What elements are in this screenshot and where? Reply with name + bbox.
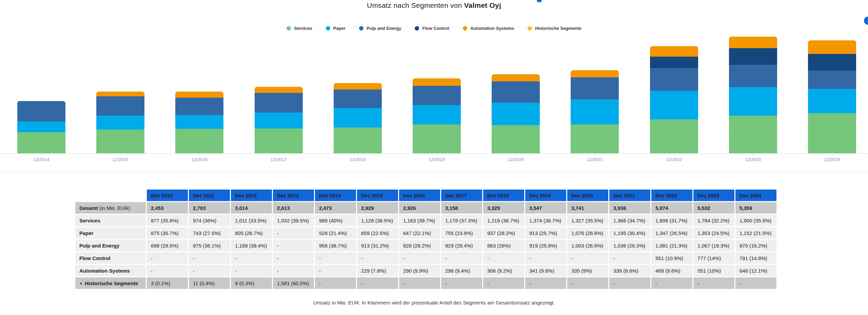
bar-segment-automation-systems-12-2021[interactable]: [571, 70, 619, 77]
bar-segment-paper-12-2020[interactable]: [492, 103, 540, 125]
bar-segment-paper-12-2021[interactable]: [571, 99, 619, 124]
table-corner-cell: [75, 190, 146, 201]
cell-automation-systems-dez-2011: -: [189, 265, 230, 276]
bar-segment-paper-12-2024[interactable]: [808, 89, 856, 113]
bar-segment-automation-systems-12-2020[interactable]: [492, 74, 540, 81]
cell-pulp-and-energy-dez-2013: -: [273, 240, 314, 251]
bar-segment-paper-12-2015[interactable]: [96, 116, 144, 130]
bar-segment-services-12-2016[interactable]: [175, 129, 223, 153]
bar-segment-pulp-and-energy-12-2019[interactable]: [413, 86, 461, 105]
row-label-historische-segmente[interactable]: ▼Historische Segmente: [75, 277, 146, 289]
bar-segment-automation-systems-12-2023[interactable]: [729, 37, 777, 48]
table-row-historische-segmente: ▼Historische Segmente3 (0.1%)11 (0.4%)9 …: [75, 277, 776, 289]
legend-item-flow-control[interactable]: Flow Control: [415, 26, 449, 31]
cell-automation-systems-dez-2018: 306 (9.2%): [483, 265, 524, 276]
cell-historische-segmente-dez-2022: -: [651, 277, 692, 289]
cell-gesamt-dez-2023: 5,532: [693, 202, 734, 214]
cell-flow-control-dez-2021: -: [609, 252, 650, 264]
cell-paper-dez-2024: 1,152 (21.5%): [735, 227, 776, 239]
cell-flow-control-dez-2010: -: [147, 252, 188, 264]
bar-segment-pulp-and-energy-12-2021[interactable]: [571, 77, 619, 99]
bar-segment-flow-control-12-2023[interactable]: [729, 48, 777, 64]
cell-historische-segmente-dez-2015: -: [357, 277, 398, 289]
bar-segment-pulp-and-energy-12-2018[interactable]: [334, 90, 382, 108]
legend-item-pulp-and-energy[interactable]: Pulp and Energy: [359, 26, 401, 31]
bar-segment-pulp-and-energy-12-2014[interactable]: [17, 101, 65, 121]
legend-item-automation-systems[interactable]: Automation Systems: [463, 26, 514, 31]
bar-segment-automation-systems-12-2017[interactable]: [255, 87, 303, 93]
bar-segment-services-12-2020[interactable]: [492, 125, 540, 153]
cell-services-dez-2021: 1,366 (34.7%): [609, 215, 650, 226]
legend-dot-services-icon: [287, 26, 291, 31]
legend-item-services[interactable]: Services: [287, 26, 312, 31]
x-axis-tick: [41, 154, 42, 156]
cell-services-dez-2015: 1,128 (38.5%): [357, 215, 398, 226]
cell-historische-segmente-dez-2013: 1,581 (60.5%): [273, 277, 314, 289]
bar-segment-flow-control-12-2024[interactable]: [808, 54, 856, 71]
bar-segment-automation-systems-12-2018[interactable]: [334, 83, 382, 90]
bar-segment-automation-systems-12-2019[interactable]: [413, 78, 461, 85]
bar-segment-services-12-2022[interactable]: [650, 119, 698, 153]
bar-segment-services-12-2017[interactable]: [255, 129, 303, 153]
chart-title-company: Valmet Oyj: [464, 1, 501, 9]
cell-services-dez-2022: 1,606 (31.7%): [651, 215, 692, 226]
legend-item-paper[interactable]: Paper: [326, 26, 346, 31]
legend-label: Historische Segmente: [535, 26, 581, 31]
x-axis-label-12-2020: 12/2020: [492, 157, 539, 162]
x-axis-label-12-2022: 12/2022: [650, 157, 698, 162]
bar-segment-paper-12-2014[interactable]: [17, 121, 65, 133]
bar-segment-paper-12-2018[interactable]: [334, 108, 382, 127]
row-label-text: Flow Control: [79, 255, 111, 261]
column-header-dez-2010: Dez 2010: [147, 190, 188, 201]
x-axis-tick: [358, 154, 358, 156]
bar-segment-automation-systems-12-2016[interactable]: [175, 92, 223, 98]
cell-flow-control-dez-2020: -: [567, 252, 608, 264]
bar-segment-pulp-and-energy-12-2020[interactable]: [492, 81, 540, 102]
row-label-text: Gesamt: [79, 205, 98, 211]
cell-services-dez-2020: 1,327 (35.5%): [567, 215, 608, 226]
bar-segment-paper-12-2019[interactable]: [413, 105, 461, 124]
bar-segment-automation-systems-12-2024[interactable]: [808, 40, 856, 54]
cell-pulp-and-energy-dez-2017: 929 (29.4%): [441, 240, 482, 251]
x-axis-label-12-2023: 12/2023: [729, 157, 777, 162]
legend-dot-paper-icon: [326, 26, 330, 31]
bar-segment-paper-12-2016[interactable]: [175, 115, 223, 129]
bar-segment-services-12-2015[interactable]: [96, 130, 144, 153]
row-label-text: Historische Segmente: [85, 280, 138, 286]
bar-segment-services-12-2023[interactable]: [729, 116, 777, 153]
bar-segment-pulp-and-energy-12-2023[interactable]: [729, 65, 777, 87]
column-header-dez-2018: Dez 2018: [483, 190, 524, 201]
bar-segment-paper-12-2022[interactable]: [650, 91, 698, 119]
x-axis-tick: [753, 154, 753, 156]
bar-segment-services-12-2024[interactable]: [808, 113, 856, 153]
cell-paper-dez-2011: 743 (27.5%): [189, 227, 230, 239]
bar-segment-paper-12-2023[interactable]: [729, 87, 777, 116]
cell-paper-dez-2022: 1,347 (26.5%): [651, 227, 692, 239]
bar-segment-pulp-and-energy-12-2015[interactable]: [96, 96, 144, 116]
bar-segment-paper-12-2017[interactable]: [255, 113, 303, 129]
bar-segment-services-12-2021[interactable]: [571, 124, 619, 153]
bar-segment-services-12-2019[interactable]: [413, 124, 461, 153]
expand-caret-icon: ▼: [79, 282, 83, 286]
bar-segment-services-12-2014[interactable]: [17, 132, 65, 153]
bar-segment-pulp-and-energy-12-2016[interactable]: [175, 98, 223, 115]
revenue-segments-chart: 12/201412/201512/201612/201712/201812/20…: [0, 0, 868, 172]
cell-flow-control-dez-2011: -: [189, 252, 230, 264]
cell-services-dez-2019: 1,374 (38.7%): [525, 215, 566, 226]
bar-segment-automation-systems-12-2015[interactable]: [96, 92, 144, 96]
cell-flow-control-dez-2017: -: [441, 252, 482, 264]
bar-segment-pulp-and-energy-12-2024[interactable]: [808, 71, 856, 89]
cell-services-dez-2011: 974 (36%): [189, 215, 230, 226]
row-label-paper: Paper: [75, 227, 146, 239]
bar-segment-automation-systems-12-2022[interactable]: [650, 46, 698, 56]
table-row-pulp-and-energy: Pulp and Energy698 (28.5%)975 (36.1%)1,1…: [75, 240, 776, 251]
help-button[interactable]: [864, 17, 868, 25]
cell-automation-systems-dez-2024: 646 (12.1%): [735, 265, 776, 276]
bar-segment-flow-control-12-2022[interactable]: [650, 57, 698, 68]
cell-gesamt-dez-2012: 3,014: [231, 202, 272, 214]
bar-segment-services-12-2018[interactable]: [334, 127, 382, 153]
bar-segment-pulp-and-energy-12-2017[interactable]: [255, 93, 303, 113]
cell-historische-segmente-dez-2012: 9 (0.3%): [231, 277, 272, 289]
bar-segment-pulp-and-energy-12-2022[interactable]: [650, 68, 698, 91]
legend-item-historische-segmente[interactable]: Historische Segmente: [528, 26, 581, 31]
